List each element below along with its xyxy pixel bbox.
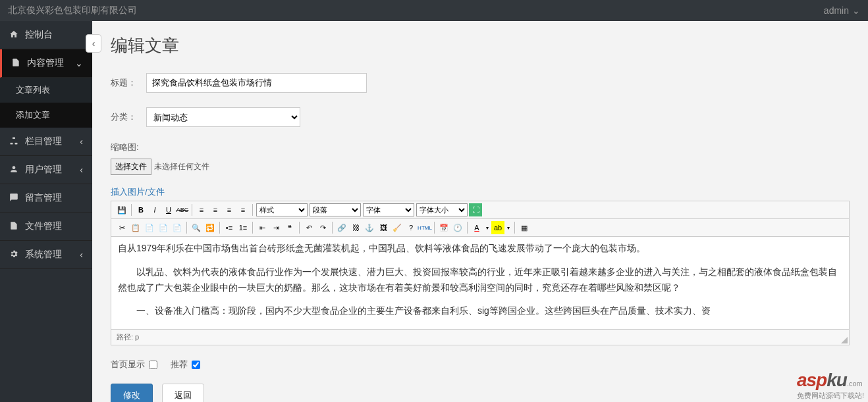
svg-rect-0 — [13, 137, 15, 138]
replace-icon[interactable]: 🔁 — [203, 221, 217, 234]
editor-toolbar-2: ✂ 📋 📄 📄 📄 🔍 🔁 •≡ 1≡ ⇤ ⇥ ❝ ↶ ↷ 🔗 — [111, 219, 849, 237]
watermark: aspku.com 免费网站源码下载站! — [797, 370, 864, 401]
resize-handle[interactable] — [841, 337, 848, 343]
home-show-checkbox[interactable] — [149, 361, 157, 369]
thumbnail-label: 缩略图: — [111, 141, 850, 153]
page-title: 编辑文章 — [111, 34, 850, 57]
sidebar-label: 文件管理 — [25, 220, 62, 232]
outdent-icon[interactable]: ⇤ — [256, 221, 269, 234]
chevron-down-icon: ⌄ — [852, 5, 860, 16]
sidebar-label: 用户管理 — [25, 164, 62, 176]
home-icon — [9, 30, 18, 41]
editor-paragraph: 一、设备准入门槛高：现阶段，国内不少大型食品企业的主要生产设备都来自利乐、sig… — [118, 303, 842, 319]
document-icon — [9, 221, 18, 232]
editor-path: 路径: p — [111, 329, 849, 345]
insert-media-link[interactable]: 插入图片/文件 — [111, 186, 165, 198]
anchor-icon[interactable]: ⚓ — [363, 221, 376, 234]
image-icon[interactable]: 🖼 — [377, 221, 390, 234]
recommend-checkbox[interactable] — [192, 361, 200, 369]
submenu-article-list[interactable]: 文章列表 — [0, 78, 92, 103]
sidebar: ‹ 控制台 内容管理 ⌄ 文章列表 添加文章 栏目管理 ‹ 用户管理 ‹ 留言管… — [0, 21, 92, 402]
user-name: admin — [824, 5, 849, 16]
back-button[interactable]: 返回 — [162, 384, 204, 402]
number-list-icon[interactable]: 1≡ — [236, 221, 250, 234]
paste-text-icon[interactable]: 📄 — [157, 221, 170, 234]
category-label: 分类： — [111, 111, 146, 123]
sidebar-item-files[interactable]: 文件管理 — [0, 213, 92, 241]
editor-paragraph: 自从1979年利乐在中国市场售出首台砖形纸盒无菌灌装机起，中国乳品、饮料等液体食… — [118, 241, 842, 257]
sidebar-label: 系统管理 — [25, 249, 62, 261]
submit-button[interactable]: 修改 — [111, 384, 153, 402]
topbar: 北京俊兴彩色包装印刷有限公司 admin ⌄ — [0, 0, 868, 21]
align-justify-icon[interactable]: ≡ — [236, 203, 250, 216]
date-icon[interactable]: 📅 — [437, 221, 450, 234]
align-center-icon[interactable]: ≡ — [209, 203, 222, 216]
category-row: 分类： 新闻动态 — [111, 107, 850, 127]
svg-rect-1 — [11, 142, 13, 143]
chevron-down-icon: ⌄ — [75, 58, 83, 68]
recommend-label: 推荐 — [171, 359, 188, 370]
sidebar-label: 栏目管理 — [25, 136, 62, 147]
strikethrough-icon[interactable]: ABC — [176, 203, 189, 216]
home-show-label: 首页显示 — [111, 359, 145, 370]
svg-rect-2 — [15, 142, 18, 143]
choose-file-button[interactable]: 选择文件 — [111, 159, 151, 175]
bg-color-icon[interactable]: ab — [491, 221, 504, 234]
underline-icon[interactable]: U — [162, 203, 175, 216]
sidebar-toggle[interactable]: ‹ — [86, 34, 101, 53]
cogs-icon — [9, 249, 18, 261]
html-icon[interactable]: HTML — [418, 221, 431, 234]
title-row: 标题： — [111, 73, 850, 93]
company-name: 北京俊兴彩色包装印刷有限公司 — [8, 5, 137, 16]
sidebar-item-users[interactable]: 用户管理 ‹ — [0, 156, 92, 184]
chevron-left-icon: ‹ — [80, 249, 83, 260]
italic-icon[interactable]: I — [148, 203, 161, 216]
text-color-dropdown-icon[interactable]: ▾ — [484, 221, 491, 234]
submenu-content: 文章列表 添加文章 — [0, 78, 92, 128]
sidebar-item-column[interactable]: 栏目管理 ‹ — [0, 128, 92, 156]
help-icon[interactable]: ? — [404, 221, 418, 234]
title-input[interactable] — [146, 73, 367, 93]
fullscreen-icon[interactable]: ⛶ — [469, 203, 482, 216]
unlink-icon[interactable]: ⛓ — [349, 221, 362, 234]
user-menu[interactable]: admin ⌄ — [824, 5, 860, 16]
bold-icon[interactable]: B — [134, 203, 148, 216]
table-icon[interactable]: ▦ — [518, 221, 531, 234]
text-color-icon[interactable]: A — [470, 221, 483, 234]
copy-icon[interactable]: 📋 — [129, 221, 142, 234]
align-right-icon[interactable]: ≡ — [223, 203, 236, 216]
sitemap-icon — [9, 136, 18, 147]
sidebar-label: 控制台 — [25, 29, 53, 41]
clean-icon[interactable]: 🧹 — [391, 221, 404, 234]
redo-icon[interactable]: ↷ — [316, 221, 329, 234]
undo-icon[interactable]: ↶ — [302, 221, 315, 234]
sidebar-item-messages[interactable]: 留言管理 — [0, 184, 92, 213]
user-icon — [9, 164, 18, 176]
options-row: 首页显示 推荐 — [111, 359, 850, 370]
file-upload-row: 选择文件 未选择任何文件 — [111, 159, 850, 175]
style-select[interactable]: 样式 — [256, 203, 308, 216]
editor-content[interactable]: 自从1979年利乐在中国市场售出首台砖形纸盒无菌灌装机起，中国乳品、饮料等液体食… — [111, 237, 849, 329]
font-size-select[interactable]: 字体大小 — [416, 203, 468, 216]
time-icon[interactable]: 🕐 — [451, 221, 464, 234]
indent-icon[interactable]: ⇥ — [269, 221, 283, 234]
cut-icon[interactable]: ✂ — [115, 221, 128, 234]
paragraph-select[interactable]: 段落 — [310, 203, 361, 216]
sidebar-item-system[interactable]: 系统管理 ‹ — [0, 241, 92, 269]
blockquote-icon[interactable]: ❝ — [283, 221, 296, 234]
sidebar-item-dashboard[interactable]: 控制台 — [0, 21, 92, 49]
link-icon[interactable]: 🔗 — [335, 221, 348, 234]
bg-color-dropdown-icon[interactable]: ▾ — [505, 221, 512, 234]
save-icon[interactable]: 💾 — [115, 203, 128, 216]
paste-icon[interactable]: 📄 — [143, 221, 156, 234]
title-label: 标题： — [111, 77, 146, 89]
bullet-list-icon[interactable]: •≡ — [223, 221, 236, 234]
align-left-icon[interactable]: ≡ — [195, 203, 208, 216]
find-icon[interactable]: 🔍 — [190, 221, 203, 234]
submenu-add-article[interactable]: 添加文章 — [0, 103, 92, 128]
sidebar-item-content[interactable]: 内容管理 ⌄ — [0, 49, 92, 78]
font-family-select[interactable]: 字体 — [363, 203, 414, 216]
file-status: 未选择任何文件 — [154, 161, 209, 172]
category-select[interactable]: 新闻动态 — [146, 107, 300, 127]
paste-word-icon[interactable]: 📄 — [171, 221, 184, 234]
